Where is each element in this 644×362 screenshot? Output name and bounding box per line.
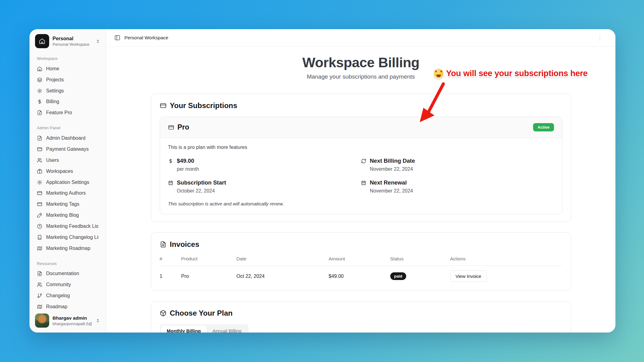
refresh-icon: [361, 158, 366, 164]
home-icon: [37, 66, 42, 72]
section-label-workspace: Workspace: [37, 56, 99, 61]
sidebar-item-settings[interactable]: Settings: [34, 85, 102, 96]
file-arrow-icon: [37, 110, 42, 115]
chevrons-up-down-icon: [95, 39, 100, 44]
map-icon: [37, 246, 42, 251]
plan-card: Pro Active This is a pro plan with more …: [160, 117, 562, 214]
sidebar-item-payment-gateways[interactable]: Payment Gateways: [34, 144, 102, 155]
chevrons-up-down-icon: [95, 318, 100, 323]
dollar-icon: [168, 158, 173, 164]
workspace-switcher[interactable]: Personal Personal Workspace: [34, 33, 102, 49]
panel-left-icon[interactable]: [114, 35, 120, 41]
sidebar-item-feature-pro[interactable]: Feature Pro: [34, 107, 102, 118]
sidebar-item-admin-dashboard[interactable]: Admin Dashboard: [34, 133, 102, 144]
invoice-amount: $49.00: [329, 274, 390, 279]
layers-icon: [37, 77, 42, 83]
map-icon: [37, 304, 42, 309]
file-text-icon: [37, 271, 42, 276]
calendar-icon: [361, 180, 366, 185]
gear-icon: [37, 88, 42, 94]
tab-monthly-billing[interactable]: Monthly Billing: [161, 325, 207, 333]
workspace-logo-icon: [35, 34, 49, 48]
sidebar-item-community[interactable]: Community: [34, 279, 102, 290]
tab-annual-billing[interactable]: Annual Billing: [207, 325, 247, 333]
top-bar: Personal Workspace: [106, 29, 615, 47]
workspace-name: Personal: [53, 36, 92, 41]
file-chart-icon: [37, 135, 42, 141]
invoices-table-header: # Product Date Amount Status Actions: [160, 256, 562, 266]
user-name: Bhargav admin: [53, 315, 92, 321]
sidebar-item-billing[interactable]: Billing: [34, 96, 102, 107]
view-invoice-button[interactable]: View Invoice: [450, 271, 487, 282]
users-icon: [37, 158, 42, 163]
choose-plan-title: Choose Your Plan: [170, 309, 233, 317]
subscriptions-title: Your Subscriptions: [170, 101, 238, 110]
briefcase-icon: [37, 169, 42, 174]
users-icon: [37, 282, 42, 287]
credit-card-icon: [37, 146, 42, 152]
subscriptions-card: Your Subscriptions Pro Active This is a …: [151, 94, 571, 222]
plan-fact-start: Subscription Start October 22, 2024: [168, 179, 361, 194]
annotation-callout: ♥♥ You will see your subscriptions here: [434, 69, 587, 78]
invoices-table: # Product Date Amount Status Actions 1 P…: [160, 256, 562, 283]
sidebar-item-users[interactable]: Users: [34, 155, 102, 166]
invoice-date: Oct 22, 2024: [237, 274, 329, 279]
sidebar-item-marketing-blog[interactable]: Marketing Blog: [34, 210, 102, 221]
sidebar-item-projects[interactable]: Projects: [34, 74, 102, 85]
paid-badge: paid: [390, 272, 406, 280]
avatar: [35, 313, 49, 328]
breadcrumb: Personal Workspace: [124, 35, 168, 41]
plan-description: This is a pro plan with more features: [168, 145, 554, 150]
sidebar-item-marketing-roadmap[interactable]: Marketing Roadmap: [34, 243, 102, 254]
dollar-icon: [37, 99, 42, 104]
git-branch-icon: [37, 293, 42, 298]
plan-name: Pro: [178, 123, 189, 131]
user-email: bhargavponnapalli.5@g…: [53, 321, 92, 326]
sidebar-item-changelog[interactable]: Changelog: [34, 290, 102, 301]
help-circle-icon: [37, 224, 42, 229]
sidebar-item-marketing-feedback-list[interactable]: Marketing Feedback List: [34, 221, 102, 232]
section-label-resources: Resources: [37, 261, 99, 266]
invoice-number: 1: [160, 274, 181, 279]
sidebar-item-application-settings[interactable]: Application Settings: [34, 177, 102, 188]
annotation-text: You will see your subscriptions here: [446, 69, 587, 78]
choose-plan-card: Choose Your Plan Monthly Billing Annual …: [151, 301, 571, 333]
workspace-subtitle: Personal Workspace: [53, 42, 92, 47]
gear-icon: [37, 180, 42, 185]
sidebar-item-documentation[interactable]: Documentation: [34, 268, 102, 279]
package-icon: [160, 310, 167, 317]
calendar-icon: [168, 180, 173, 185]
invoices-card: Invoices # Product Date Amount Status Ac…: [151, 232, 571, 291]
heart-eyes-emoji-icon: ♥♥: [434, 69, 443, 78]
notebook-icon: [37, 235, 42, 240]
table-row: 1 Pro Oct 22, 2024 $49.00 paid View Invo…: [160, 266, 562, 283]
user-menu[interactable]: Bhargav admin bhargavponnapalli.5@g…: [34, 312, 102, 329]
sidebar-item-workspaces[interactable]: Workspaces: [34, 166, 102, 177]
annotation-arrow-icon: [411, 79, 451, 128]
page-content: Workspace Billing Manage your subscripti…: [106, 47, 615, 333]
topbar-divider: [600, 34, 600, 41]
sidebar-item-roadmap[interactable]: Roadmap: [34, 301, 102, 312]
invoices-title: Invoices: [170, 240, 199, 249]
file-text-icon: [160, 241, 167, 248]
sidebar-item-marketing-tags[interactable]: Marketing Tags: [34, 199, 102, 210]
sidebar-item-marketing-authors[interactable]: Marketing Authors: [34, 188, 102, 199]
credit-card-icon: [168, 124, 174, 130]
sidebar-item-marketing-changelog-list[interactable]: Marketing Changelog List: [34, 232, 102, 243]
billing-period-tabs: Monthly Billing Annual Billing: [160, 324, 249, 333]
plan-note: This subscription is active and will aut…: [168, 201, 554, 207]
section-label-admin-panel: Admin Panel: [37, 126, 99, 130]
sidebar: Personal Personal Workspace Workspace Ho…: [29, 29, 106, 333]
status-badge: Active: [533, 123, 554, 131]
credit-card-icon: [37, 201, 42, 207]
plan-fact-price: $49.00 per month: [168, 158, 361, 172]
credit-card-icon: [37, 190, 42, 196]
pen-icon: [37, 212, 42, 218]
plan-fact-renewal: Next Renewal November 22, 2024: [361, 179, 554, 194]
credit-card-icon: [160, 102, 167, 109]
plan-fact-next-billing: Next Billing Date November 22, 2024: [361, 158, 554, 172]
invoice-product: Pro: [181, 274, 237, 279]
sidebar-item-home[interactable]: Home: [34, 63, 102, 74]
page-title: Workspace Billing: [151, 55, 571, 71]
